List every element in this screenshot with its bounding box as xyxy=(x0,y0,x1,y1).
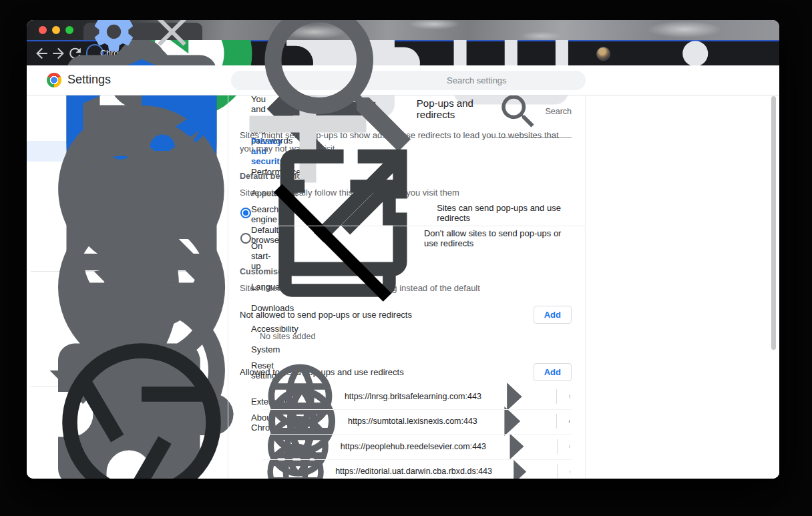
settings-sidebar: You and Google Autofill and passwords xyxy=(27,95,228,479)
gear-icon xyxy=(89,20,138,56)
radio-button[interactable] xyxy=(240,208,251,218)
zoom-window-button[interactable] xyxy=(65,26,73,34)
browser-window: Settings – Pop-ups and redirec Chrome | … xyxy=(27,20,779,479)
subpage-search-placeholder: Search xyxy=(545,107,572,116)
site-url: https://sumtotal.lexisnexis.com:443 xyxy=(348,417,477,426)
close-icon[interactable] xyxy=(148,20,196,56)
settings-header: Settings Search settings xyxy=(27,65,779,95)
minimize-window-button[interactable] xyxy=(52,26,60,34)
radio-button[interactable] xyxy=(240,233,251,244)
popups-settings-panel: Pop-ups and redirects Search Sites might… xyxy=(228,95,586,479)
option-label: Sites can send pop-ups and use redirects xyxy=(437,203,572,223)
chevron-down-icon[interactable] xyxy=(572,25,773,226)
sidebar-item[interactable]: About Chrome xyxy=(27,412,186,433)
window-controls xyxy=(39,26,73,34)
tab-settings[interactable]: Settings – Pop-ups and redirec xyxy=(83,23,202,40)
site-url: https://peoplehub.reedelsevier.com:443 xyxy=(341,442,486,451)
site-row[interactable]: https://editorial.uat.darwin.cba.rbxd.ds… xyxy=(240,459,572,479)
option-icon xyxy=(259,160,415,316)
desktop-background: Settings – Pop-ups and redirec Chrome | … xyxy=(0,0,812,516)
more-actions-kebab-icon[interactable] xyxy=(568,470,572,473)
page-scrollbar[interactable] xyxy=(771,96,776,350)
allowed-sites-list: https://lnrsg.britsafelearning.com:443 h… xyxy=(240,384,572,479)
add-not-allowed-button[interactable]: Add xyxy=(534,306,572,324)
option-label: Don't allow sites to send pop-ups or use… xyxy=(424,228,572,248)
expand-chevron-icon[interactable] xyxy=(492,445,546,479)
chrome-logo-icon xyxy=(47,73,61,87)
globe-icon xyxy=(262,438,329,479)
page-title: Settings xyxy=(67,73,111,87)
close-window-button[interactable] xyxy=(39,26,47,34)
site-row-actions xyxy=(492,445,572,479)
sidebar-group-footer: Extensions About Chrome xyxy=(27,391,186,433)
search-icon xyxy=(496,95,540,134)
subpage-search-input[interactable]: Search xyxy=(496,95,572,138)
site-url: https://editorial.uat.darwin.cba.rbxd.ds… xyxy=(335,467,492,476)
settings-search-placeholder: Search settings xyxy=(447,75,507,85)
default-behaviour-options: Sites can send pop-ups and use redirects… xyxy=(240,200,572,251)
radio-option-row[interactable]: Don't allow sites to send pop-ups or use… xyxy=(240,226,572,251)
site-url: https://lnrsg.britsafelearning.com:443 xyxy=(345,392,481,401)
settings-search-input[interactable]: Search settings xyxy=(231,71,586,90)
sidebar-item-icon xyxy=(41,322,242,479)
no-sites-added-text: No sites added xyxy=(240,332,572,341)
